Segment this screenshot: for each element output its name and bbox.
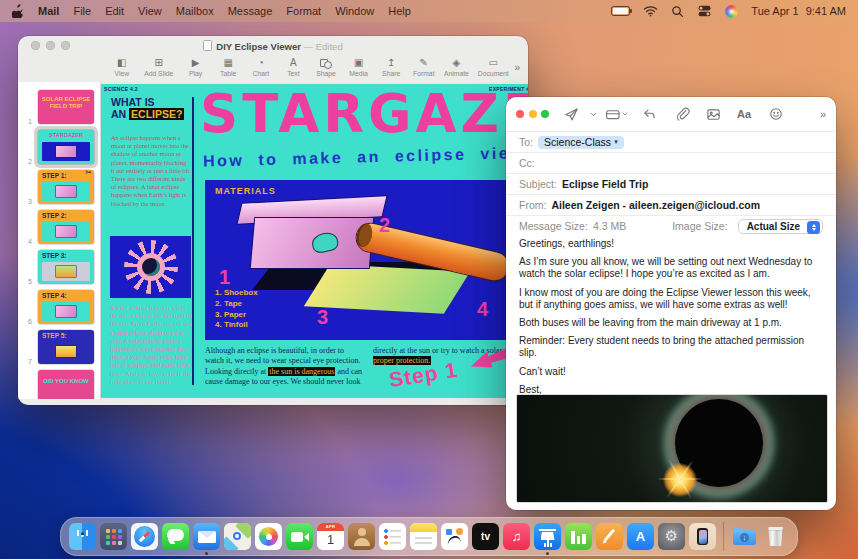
callout-number-2: 2 xyxy=(379,214,390,237)
scissors-glyph: ✂ xyxy=(85,170,92,177)
slide-thumbnail-8[interactable]: 8 DID YOU KNOW xyxy=(18,368,100,399)
emoji-button[interactable] xyxy=(759,107,792,121)
keynote-titlebar[interactable]: DIY Eclipse Viewer — Edited xyxy=(18,36,528,53)
text-button[interactable]: AText xyxy=(278,58,310,77)
control-center-icon[interactable] xyxy=(697,5,712,17)
view-button[interactable]: ◧View xyxy=(106,58,138,77)
slide-paragraph-2[interactable]: A solar eclipse happens when the moon bl… xyxy=(110,304,192,386)
slide-thumbnail-1[interactable]: 1 SOLAR ECLIPSE FIELD TRIP xyxy=(18,88,100,128)
format-button[interactable]: ✎Format xyxy=(408,58,440,77)
materials-panel[interactable]: MATERIALS 1 2 3 4 1. Shoebox 2. T xyxy=(205,180,528,340)
dock-trash[interactable] xyxy=(762,523,789,550)
to-field[interactable]: To: Science-Class ▾ xyxy=(506,132,836,153)
document-button[interactable]: ▭Document xyxy=(473,58,513,77)
play-button[interactable]: ▶Play xyxy=(180,58,212,77)
dock-facetime[interactable] xyxy=(286,523,313,550)
slide-subtitle[interactable]: How to make an eclipse viewer! xyxy=(203,143,528,170)
media-button[interactable]: ▣Media xyxy=(343,58,375,77)
dock-photos[interactable] xyxy=(255,523,282,550)
dock-music[interactable]: ♫ xyxy=(503,523,530,550)
dock-maps[interactable] xyxy=(224,523,251,550)
zoom-button[interactable] xyxy=(541,110,549,118)
send-button[interactable] xyxy=(558,107,584,122)
dock-downloads-folder[interactable]: ↓ xyxy=(731,523,758,550)
message-body[interactable]: Greetings, earthlings! As I’m sure you a… xyxy=(519,238,823,408)
dock-calendar[interactable]: APR 1 xyxy=(317,523,344,550)
dock-iphone-mirroring[interactable] xyxy=(689,523,716,550)
wifi-icon[interactable] xyxy=(643,5,658,17)
dock-apple-tv[interactable]: tv xyxy=(472,523,499,550)
dock-notes[interactable] xyxy=(410,523,437,550)
menu-file[interactable]: File xyxy=(73,5,91,17)
dock-numbers[interactable] xyxy=(565,523,592,550)
animate-button[interactable]: ◈Animate xyxy=(441,58,473,77)
slide-question-heading[interactable]: WHAT IS AN ECLIPSE? xyxy=(111,97,184,120)
reply-arrow-icon xyxy=(642,107,657,122)
mail-toolbar-overflow[interactable]: » xyxy=(820,108,830,120)
menu-mailbox[interactable]: Mailbox xyxy=(176,5,214,17)
dock-contacts[interactable] xyxy=(348,523,375,550)
dock-system-settings[interactable]: ⚙ xyxy=(658,523,685,550)
recipient-token[interactable]: Science-Class ▾ xyxy=(538,136,624,149)
slide-thumbnail-2-selected[interactable]: 2 STARGAZER xyxy=(18,128,100,168)
menu-message[interactable]: Message xyxy=(228,5,273,17)
apple-menu[interactable] xyxy=(12,4,24,18)
minimize-button[interactable] xyxy=(529,110,537,118)
dock-mail[interactable] xyxy=(193,523,220,550)
menu-format[interactable]: Format xyxy=(286,5,321,17)
dock-safari[interactable] xyxy=(131,523,158,550)
slide-paragraph-1[interactable]: An eclipse happens when a moon or planet… xyxy=(111,134,191,208)
image-playground-icon[interactable] xyxy=(725,5,738,18)
subject-field[interactable]: Subject: Eclipse Field Trip xyxy=(506,174,836,195)
shape-button[interactable]: Shape xyxy=(310,58,342,77)
slide-thumbnail-7[interactable]: 7 STEP 5: xyxy=(18,328,100,368)
slide-thumbnail-4[interactable]: 4 STEP 2: xyxy=(18,208,100,248)
table-button[interactable]: ▦Table xyxy=(212,58,244,77)
from-field[interactable]: From: Aileen Zeigen - aileen.zeigen@iclo… xyxy=(506,195,836,216)
menu-view[interactable]: View xyxy=(138,5,162,17)
message-size-value: 4.3 MB xyxy=(593,220,626,232)
menu-help[interactable]: Help xyxy=(388,5,411,17)
dock-messages[interactable] xyxy=(162,523,189,550)
chart-button[interactable]: ◔Chart xyxy=(245,58,277,77)
clock-date: Tue Apr 1 xyxy=(751,5,798,17)
caution-text-left[interactable]: Although an eclipse is beautiful, in ord… xyxy=(205,346,365,388)
slide-thumbnail-5[interactable]: 5 STEP 3: xyxy=(18,248,100,288)
cc-field[interactable]: Cc: xyxy=(506,153,836,174)
dock-reminders[interactable] xyxy=(379,523,406,550)
header-fields-icon xyxy=(605,107,621,122)
dock-freeform[interactable] xyxy=(441,523,468,550)
menu-window[interactable]: Window xyxy=(335,5,374,17)
dock-app-store[interactable]: A xyxy=(627,523,654,550)
share-button[interactable]: ↥Share xyxy=(375,58,407,77)
mail-titlebar[interactable]: Aa » xyxy=(506,97,836,132)
dock-launchpad[interactable] xyxy=(100,523,127,550)
eclipse-photo-attachment[interactable] xyxy=(516,394,828,503)
toolbar-overflow-button[interactable]: » xyxy=(514,62,520,73)
close-button[interactable] xyxy=(516,110,524,118)
battery-icon[interactable] xyxy=(611,6,630,16)
dock-finder[interactable] xyxy=(69,523,96,550)
slide-thumbnail-3[interactable]: 3 STEP 1: ✂ xyxy=(18,168,100,208)
dock-pages[interactable] xyxy=(596,523,623,550)
slide-thumbnail-6[interactable]: 6 STEP 4: xyxy=(18,288,100,328)
format-button[interactable]: Aa xyxy=(729,108,759,120)
search-icon[interactable] xyxy=(671,5,684,18)
keynote-toolbar: ◧View ⊞Add Slide ▶Play ▦Table ◔Chart ATe… xyxy=(18,53,528,82)
reply-indicator-button[interactable] xyxy=(632,107,666,122)
dock-keynote[interactable] xyxy=(534,523,561,550)
menu-clock[interactable]: Tue Apr 1 9:41 AM xyxy=(751,5,846,17)
insert-photo-button[interactable] xyxy=(698,107,729,122)
header-fields-button[interactable] xyxy=(602,107,632,122)
menu-app-name[interactable]: Mail xyxy=(38,5,59,17)
slide-title[interactable]: STARGAZER xyxy=(200,86,528,142)
slide-canvas: SCIENCE 4.2 EXPERIMENT #9 WHAT IS AN ECL… xyxy=(101,82,528,399)
sun-illustration[interactable] xyxy=(110,236,191,298)
keynote-window: DIY Eclipse Viewer — Edited ◧View ⊞Add S… xyxy=(18,36,528,405)
add-slide-button[interactable]: ⊞Add Slide xyxy=(139,58,179,77)
menu-edit[interactable]: Edit xyxy=(105,5,124,17)
image-size-select[interactable]: Actual Size xyxy=(738,219,823,234)
slide-stargazer[interactable]: SCIENCE 4.2 EXPERIMENT #9 WHAT IS AN ECL… xyxy=(101,84,528,398)
send-options-chevron[interactable] xyxy=(584,110,602,119)
attach-button[interactable] xyxy=(666,107,698,122)
